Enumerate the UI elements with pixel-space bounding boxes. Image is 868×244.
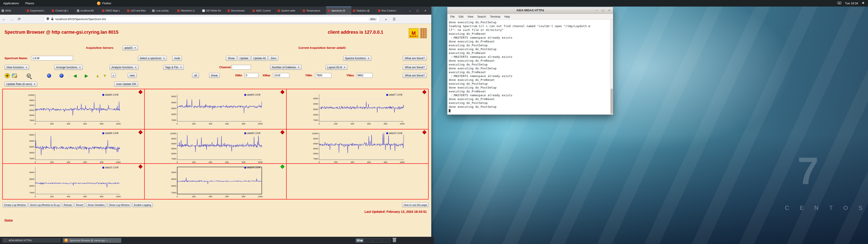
maximize-button[interactable]: □ — [416, 9, 418, 12]
footer-button[interactable]: Reload — [62, 203, 73, 207]
zero-button[interactable]: Zero — [269, 56, 278, 61]
spectrum-plot[interactable]: 7500800085009000950002004006008001000 — [25, 130, 122, 164]
keyboard-layout-icon[interactable] — [837, 2, 841, 5]
spectrum-cell[interactable]: 7500800085009000950010000020040060080010… — [145, 129, 287, 164]
spectrum-cell[interactable]: 750080008500900002004006008001000aida14 … — [145, 164, 287, 200]
taskbar-window-button[interactable]: Spectrum Browser @ carme-gsi — ... — [62, 238, 122, 243]
spectra-functions-dropdown[interactable]: Spectra functions▼ — [343, 56, 371, 61]
spectrum-plot[interactable]: 7500800085009000950010000020040060080010… — [25, 92, 122, 126]
analysis-functions-dropdown[interactable]: Analysis functions▼ — [110, 65, 138, 70]
what-are-these-button-1[interactable]: What are these? — [403, 56, 427, 61]
view-functions-dropdown[interactable]: View functions▼ — [4, 65, 29, 70]
terminal-menu-item[interactable]: View — [465, 15, 475, 18]
terminal-close-button[interactable]: × — [607, 8, 611, 12]
sphere-icon-1[interactable] — [46, 73, 52, 79]
status-diamond-red[interactable] — [138, 90, 143, 94]
browser-tab[interactable]: LED and Wav — [125, 6, 151, 15]
auto-update-button[interactable]: Auto Update ON — [114, 82, 138, 87]
spectrum-plot[interactable]: 7500800085009000950010000020040060080010… — [309, 130, 406, 164]
reload-button[interactable]: ⟳ — [16, 17, 23, 22]
workspace-1[interactable] — [355, 238, 364, 243]
status-diamond-red[interactable] — [422, 130, 426, 134]
spectrum-chart[interactable]: 7500800085009000950002004006008001000aid… — [25, 130, 122, 164]
browser-tab[interactable]: Discriminato — [226, 6, 251, 15]
footer-button[interactable]: Empty Log Window — [3, 203, 27, 207]
zoom-rgb-icon[interactable] — [26, 73, 31, 79]
terminal-titlebar[interactable]: AIDA MIDAS HTTPd – □ × — [447, 7, 613, 14]
status-diamond-red[interactable] — [280, 90, 284, 94]
how-to-use-button[interactable]: How to use this page — [402, 203, 429, 207]
column-logo[interactable] — [420, 28, 427, 38]
terminal-menu-item[interactable]: Terminal — [488, 15, 502, 18]
volume-icon[interactable] — [862, 1, 865, 5]
browser-tab[interactable]: Temperature — [301, 6, 326, 15]
what-are-these-button-2[interactable]: What are these? — [403, 65, 427, 70]
display-icon[interactable] — [12, 73, 17, 79]
home-link[interactable]: Home — [4, 218, 13, 222]
arrange-functions-dropdown[interactable]: Arrange functions▼ — [54, 65, 83, 70]
spectrum-chart[interactable]: 7500800085009000950002004006008001000aid… — [167, 92, 264, 126]
terminal-menu-item[interactable]: Edit — [457, 15, 465, 18]
spectrum-cell[interactable]: 7500800085009000950010000020040060080010… — [3, 89, 145, 129]
acquisition-server-select[interactable]: aida03▼ — [123, 45, 138, 50]
multi-button[interactable]: multi — [172, 56, 182, 61]
midas-logo[interactable]: M — [409, 28, 418, 38]
xmin-input[interactable] — [245, 73, 258, 78]
status-diamond-green[interactable] — [280, 164, 284, 169]
spectrum-cell[interactable]: 7500800085009000950002004006008001000aid… — [3, 129, 145, 164]
spectrum-plot[interactable]: 750080008500900002004006008001000 — [25, 165, 122, 199]
workspace-4[interactable] — [382, 238, 390, 243]
footer-button[interactable]: Send Log Window to ELog — [29, 203, 61, 207]
layout-dropdown[interactable]: Layout ID=8▼ — [326, 65, 347, 70]
terminal-minimize-button[interactable]: – — [594, 8, 598, 12]
ymin-input[interactable] — [315, 73, 331, 78]
browser-tab[interactable]: Lost activity — [151, 6, 176, 15]
browser-tab[interactable]: Waveform (c — [176, 6, 201, 15]
update-rate-dropdown[interactable]: Update Rate (8 secs)▼ — [4, 82, 37, 87]
forward-button[interactable]: → — [8, 17, 16, 22]
applications-menu[interactable]: Applications — [0, 0, 22, 6]
spectrum-cell[interactable]: 7500800085009000950002004006008001000aid… — [145, 89, 287, 129]
browser-tab[interactable]: localhost:80 — [75, 6, 100, 15]
browser-tab[interactable]: System wide — [276, 6, 301, 15]
status-diamond-red[interactable] — [280, 130, 284, 134]
spectrum-cell[interactable]: 7500800085009000950002004006008001000aid… — [287, 89, 429, 129]
status-diamond-red[interactable] — [138, 164, 143, 169]
spectrum-chart[interactable]: 7500800085009000950010000020040060080010… — [309, 130, 406, 164]
browser-tab[interactable]: Statistics @ — [351, 6, 376, 15]
browser-tab[interactable]: AIDA — [0, 6, 25, 15]
spectrum-name-input[interactable] — [31, 56, 73, 61]
spectrum-chart[interactable]: 7500800085009000950010000020040060080010… — [25, 92, 122, 126]
spectrum-chart[interactable]: 750080008500900002004006008001000aida14 … — [167, 165, 264, 199]
terminal-scrollbar-thumb[interactable] — [611, 89, 613, 114]
ymax-input[interactable] — [356, 73, 373, 78]
spectrum-chart[interactable]: 7500800085009000950002004006008001000aid… — [309, 92, 406, 126]
workspace-2[interactable] — [364, 238, 373, 243]
hamburger-menu-icon[interactable]: ☰ — [393, 17, 396, 21]
close-button[interactable]: × — [425, 9, 426, 12]
taskbar-window-button[interactable]: >_AIDA MIDAS HTTPd — [2, 238, 61, 243]
num-galleries-dropdown[interactable]: Number of Galleries▼ — [270, 65, 302, 70]
browser-tab[interactable]: Control @ c — [50, 6, 75, 15]
lock-icon[interactable] — [51, 18, 54, 21]
spectrum-plot[interactable]: 7500800085009000950010000020040060080010… — [167, 130, 264, 164]
browser-tab[interactable]: Spectrum (S — [326, 6, 351, 15]
what-are-these-button-3[interactable]: What are these? — [403, 73, 427, 78]
terminal-maximize-button[interactable]: □ — [601, 8, 605, 12]
update-all-button[interactable]: Update All — [251, 56, 268, 61]
terminal-menu-item[interactable]: Search — [475, 15, 488, 18]
minimize-button[interactable]: – — [409, 9, 411, 12]
all-button[interactable]: all — [192, 73, 199, 78]
xmax-input[interactable] — [273, 73, 289, 78]
terminal-scrollbar[interactable] — [610, 20, 613, 115]
spectrum-cell[interactable]: 7500800085009000950010000020040060080010… — [287, 129, 429, 164]
update-button[interactable]: Update — [238, 56, 250, 61]
arrow-left-icon[interactable]: ◀ — [72, 73, 78, 79]
spectrum-cell[interactable]: 750080008500900002004006008001000aida13 … — [3, 164, 145, 200]
terminal-menu-item[interactable]: Help — [502, 15, 512, 18]
tags-fits-dropdown[interactable]: Tags & Fits▼ — [163, 65, 184, 70]
spectrum-plot[interactable]: 750080008500900002004006008001000 — [167, 165, 264, 199]
status-diamond-red[interactable] — [422, 90, 426, 94]
spectrum-plot[interactable]: 7500800085009000950002004006008001000 — [167, 92, 264, 126]
new-button[interactable]: new — [128, 73, 137, 78]
